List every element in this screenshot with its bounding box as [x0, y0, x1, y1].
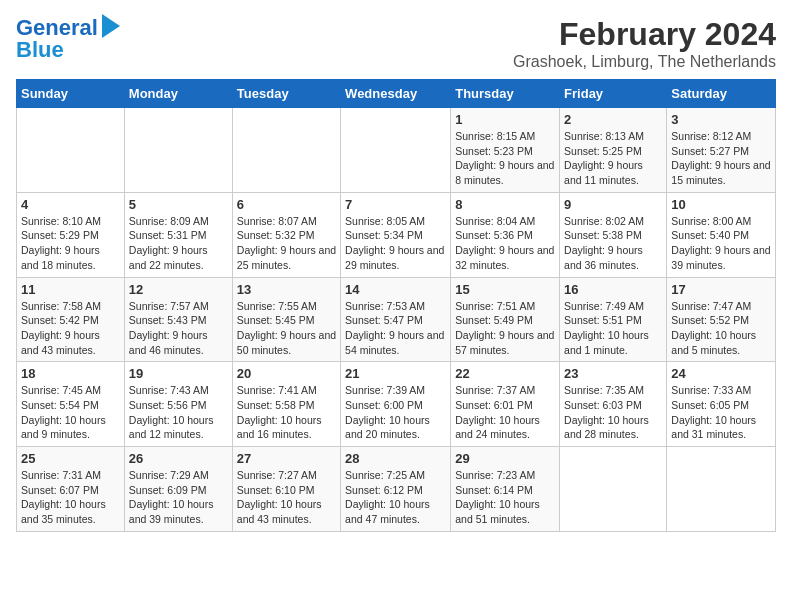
day-content: Sunrise: 7:31 AM Sunset: 6:07 PM Dayligh…: [21, 468, 120, 527]
calendar-cell: [560, 447, 667, 532]
calendar-cell: [341, 108, 451, 193]
day-content: Sunrise: 8:05 AM Sunset: 5:34 PM Dayligh…: [345, 214, 446, 273]
day-content: Sunrise: 8:07 AM Sunset: 5:32 PM Dayligh…: [237, 214, 336, 273]
page-subtitle: Grashoek, Limburg, The Netherlands: [513, 53, 776, 71]
day-content: Sunrise: 8:12 AM Sunset: 5:27 PM Dayligh…: [671, 129, 771, 188]
column-header-wednesday: Wednesday: [341, 80, 451, 108]
calendar-cell: 28Sunrise: 7:25 AM Sunset: 6:12 PM Dayli…: [341, 447, 451, 532]
title-area: February 2024 Grashoek, Limburg, The Net…: [513, 16, 776, 71]
calendar-cell: [124, 108, 232, 193]
day-content: Sunrise: 7:29 AM Sunset: 6:09 PM Dayligh…: [129, 468, 228, 527]
day-number: 25: [21, 451, 120, 466]
day-number: 14: [345, 282, 446, 297]
logo-blue: Blue: [16, 38, 64, 62]
day-number: 2: [564, 112, 662, 127]
calendar-cell: [232, 108, 340, 193]
calendar-cell: 24Sunrise: 7:33 AM Sunset: 6:05 PM Dayli…: [667, 362, 776, 447]
page-title: February 2024: [513, 16, 776, 53]
column-header-monday: Monday: [124, 80, 232, 108]
calendar-cell: 9Sunrise: 8:02 AM Sunset: 5:38 PM Daylig…: [560, 192, 667, 277]
calendar-cell: 25Sunrise: 7:31 AM Sunset: 6:07 PM Dayli…: [17, 447, 125, 532]
day-number: 3: [671, 112, 771, 127]
calendar-cell: 21Sunrise: 7:39 AM Sunset: 6:00 PM Dayli…: [341, 362, 451, 447]
day-number: 13: [237, 282, 336, 297]
day-number: 7: [345, 197, 446, 212]
day-number: 28: [345, 451, 446, 466]
day-content: Sunrise: 8:09 AM Sunset: 5:31 PM Dayligh…: [129, 214, 228, 273]
calendar-cell: 3Sunrise: 8:12 AM Sunset: 5:27 PM Daylig…: [667, 108, 776, 193]
day-number: 10: [671, 197, 771, 212]
day-content: Sunrise: 7:43 AM Sunset: 5:56 PM Dayligh…: [129, 383, 228, 442]
day-number: 26: [129, 451, 228, 466]
calendar-cell: 16Sunrise: 7:49 AM Sunset: 5:51 PM Dayli…: [560, 277, 667, 362]
calendar-cell: 7Sunrise: 8:05 AM Sunset: 5:34 PM Daylig…: [341, 192, 451, 277]
day-content: Sunrise: 7:25 AM Sunset: 6:12 PM Dayligh…: [345, 468, 446, 527]
calendar-cell: 6Sunrise: 8:07 AM Sunset: 5:32 PM Daylig…: [232, 192, 340, 277]
calendar-cell: 13Sunrise: 7:55 AM Sunset: 5:45 PM Dayli…: [232, 277, 340, 362]
day-number: 21: [345, 366, 446, 381]
day-number: 6: [237, 197, 336, 212]
calendar-cell: 2Sunrise: 8:13 AM Sunset: 5:25 PM Daylig…: [560, 108, 667, 193]
day-content: Sunrise: 7:55 AM Sunset: 5:45 PM Dayligh…: [237, 299, 336, 358]
calendar-cell: 14Sunrise: 7:53 AM Sunset: 5:47 PM Dayli…: [341, 277, 451, 362]
day-number: 12: [129, 282, 228, 297]
day-content: Sunrise: 7:49 AM Sunset: 5:51 PM Dayligh…: [564, 299, 662, 358]
calendar-cell: 20Sunrise: 7:41 AM Sunset: 5:58 PM Dayli…: [232, 362, 340, 447]
day-content: Sunrise: 7:33 AM Sunset: 6:05 PM Dayligh…: [671, 383, 771, 442]
calendar-cell: 4Sunrise: 8:10 AM Sunset: 5:29 PM Daylig…: [17, 192, 125, 277]
calendar-week-row: 1Sunrise: 8:15 AM Sunset: 5:23 PM Daylig…: [17, 108, 776, 193]
calendar-cell: 18Sunrise: 7:45 AM Sunset: 5:54 PM Dayli…: [17, 362, 125, 447]
day-number: 9: [564, 197, 662, 212]
calendar-cell: 10Sunrise: 8:00 AM Sunset: 5:40 PM Dayli…: [667, 192, 776, 277]
calendar-cell: 11Sunrise: 7:58 AM Sunset: 5:42 PM Dayli…: [17, 277, 125, 362]
header-area: General Blue February 2024 Grashoek, Lim…: [16, 16, 776, 71]
calendar-cell: 15Sunrise: 7:51 AM Sunset: 5:49 PM Dayli…: [451, 277, 560, 362]
calendar-cell: [667, 447, 776, 532]
day-content: Sunrise: 8:02 AM Sunset: 5:38 PM Dayligh…: [564, 214, 662, 273]
day-number: 16: [564, 282, 662, 297]
calendar-week-row: 11Sunrise: 7:58 AM Sunset: 5:42 PM Dayli…: [17, 277, 776, 362]
calendar-cell: [17, 108, 125, 193]
logo-arrow-icon: [102, 14, 120, 38]
day-number: 4: [21, 197, 120, 212]
day-content: Sunrise: 7:58 AM Sunset: 5:42 PM Dayligh…: [21, 299, 120, 358]
calendar-cell: 22Sunrise: 7:37 AM Sunset: 6:01 PM Dayli…: [451, 362, 560, 447]
calendar-week-row: 4Sunrise: 8:10 AM Sunset: 5:29 PM Daylig…: [17, 192, 776, 277]
day-number: 24: [671, 366, 771, 381]
day-number: 17: [671, 282, 771, 297]
day-number: 23: [564, 366, 662, 381]
column-header-saturday: Saturday: [667, 80, 776, 108]
column-header-sunday: Sunday: [17, 80, 125, 108]
calendar-cell: 19Sunrise: 7:43 AM Sunset: 5:56 PM Dayli…: [124, 362, 232, 447]
logo: General Blue: [16, 16, 120, 62]
day-content: Sunrise: 8:10 AM Sunset: 5:29 PM Dayligh…: [21, 214, 120, 273]
day-number: 5: [129, 197, 228, 212]
calendar-cell: 8Sunrise: 8:04 AM Sunset: 5:36 PM Daylig…: [451, 192, 560, 277]
day-content: Sunrise: 7:47 AM Sunset: 5:52 PM Dayligh…: [671, 299, 771, 358]
day-content: Sunrise: 7:45 AM Sunset: 5:54 PM Dayligh…: [21, 383, 120, 442]
day-number: 19: [129, 366, 228, 381]
calendar-table: SundayMondayTuesdayWednesdayThursdayFrid…: [16, 79, 776, 532]
day-number: 18: [21, 366, 120, 381]
calendar-week-row: 25Sunrise: 7:31 AM Sunset: 6:07 PM Dayli…: [17, 447, 776, 532]
calendar-header-row: SundayMondayTuesdayWednesdayThursdayFrid…: [17, 80, 776, 108]
day-content: Sunrise: 7:53 AM Sunset: 5:47 PM Dayligh…: [345, 299, 446, 358]
calendar-cell: 29Sunrise: 7:23 AM Sunset: 6:14 PM Dayli…: [451, 447, 560, 532]
calendar-cell: 5Sunrise: 8:09 AM Sunset: 5:31 PM Daylig…: [124, 192, 232, 277]
day-content: Sunrise: 8:04 AM Sunset: 5:36 PM Dayligh…: [455, 214, 555, 273]
day-content: Sunrise: 7:41 AM Sunset: 5:58 PM Dayligh…: [237, 383, 336, 442]
day-number: 22: [455, 366, 555, 381]
day-number: 27: [237, 451, 336, 466]
calendar-cell: 23Sunrise: 7:35 AM Sunset: 6:03 PM Dayli…: [560, 362, 667, 447]
calendar-cell: 1Sunrise: 8:15 AM Sunset: 5:23 PM Daylig…: [451, 108, 560, 193]
day-content: Sunrise: 8:13 AM Sunset: 5:25 PM Dayligh…: [564, 129, 662, 188]
day-number: 1: [455, 112, 555, 127]
day-content: Sunrise: 7:51 AM Sunset: 5:49 PM Dayligh…: [455, 299, 555, 358]
day-content: Sunrise: 7:23 AM Sunset: 6:14 PM Dayligh…: [455, 468, 555, 527]
calendar-cell: 26Sunrise: 7:29 AM Sunset: 6:09 PM Dayli…: [124, 447, 232, 532]
column-header-tuesday: Tuesday: [232, 80, 340, 108]
day-content: Sunrise: 7:27 AM Sunset: 6:10 PM Dayligh…: [237, 468, 336, 527]
day-content: Sunrise: 8:00 AM Sunset: 5:40 PM Dayligh…: [671, 214, 771, 273]
column-header-friday: Friday: [560, 80, 667, 108]
day-number: 15: [455, 282, 555, 297]
